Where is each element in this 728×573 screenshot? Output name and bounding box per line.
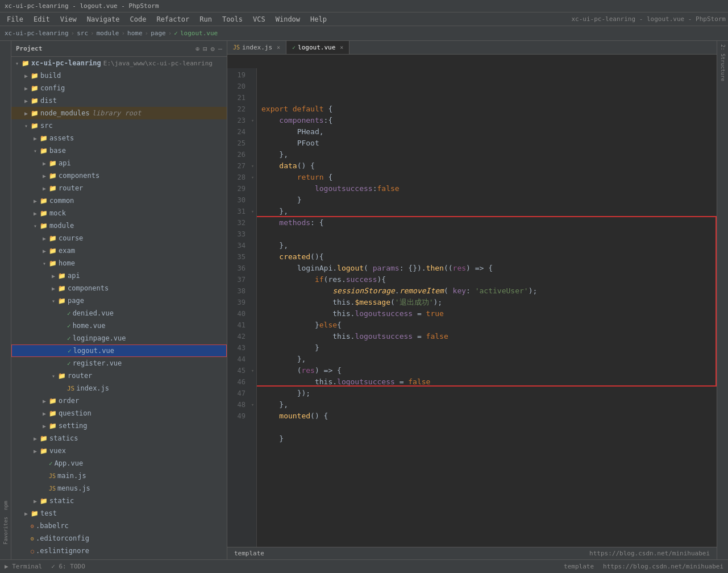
tree-menus-js[interactable]: ▶ JS menus.js — [11, 482, 227, 495]
status-template: template — [564, 563, 594, 570]
collapse-icon[interactable]: ⊟ — [203, 45, 207, 53]
code-editor[interactable]: 1920212223 2425262728 2930313233 3435363… — [227, 68, 717, 559]
sidebar-actions: ⊕ ⊟ ⚙ — — [195, 45, 222, 53]
favorites-tab[interactable]: Favorites — [2, 513, 10, 548]
menu-code[interactable]: Code — [126, 14, 151, 24]
tree-src[interactable]: ▾ 📁 src — [11, 119, 227, 132]
tree-home-components[interactable]: ▶ 📁 components — [11, 282, 227, 294]
line-numbers: 1920212223 2425262728 2930313233 3435363… — [227, 68, 249, 559]
tabs-bar: JS index.js × ✓ logout.vue × — [227, 41, 717, 55]
title-text: xc-ui-pc-leanring - logout.vue - PhpStor… — [5, 2, 159, 10]
menu-view[interactable]: View — [56, 14, 81, 24]
menu-file[interactable]: File — [2, 14, 28, 24]
tree-main-js[interactable]: ▶ JS main.js — [11, 470, 227, 482]
menu-vcs[interactable]: VCS — [248, 14, 270, 24]
sidebar: Project ⊕ ⊟ ⚙ — ▾ 📁 xc-ui-pc-leanring E:… — [11, 41, 227, 559]
menu-run[interactable]: Run — [195, 14, 217, 24]
tree-assets[interactable]: ▶ 📁 assets — [11, 132, 227, 144]
tree-question[interactable]: ▶ 📁 question — [11, 407, 227, 420]
menu-window[interactable]: Window — [271, 14, 305, 24]
tree-setting[interactable]: ▶ 📁 setting — [11, 420, 227, 432]
todo-tab[interactable]: ✓ 6: TODO — [51, 563, 85, 570]
menu-help[interactable]: Help — [306, 14, 331, 24]
file-tree: ▾ 📁 xc-ui-pc-leanring E:\java_www\xc-ui-… — [11, 57, 227, 559]
tree-module[interactable]: ▾ 📁 module — [11, 219, 227, 232]
project-name-title: xc-ui-pc-leanring - logout.vue - PhpStor… — [571, 15, 726, 23]
tree-mock[interactable]: ▶ 📁 mock — [11, 207, 227, 219]
tab-close-index[interactable]: × — [277, 44, 280, 51]
locate-icon[interactable]: ⊕ — [195, 45, 199, 53]
tree-editorconfig[interactable]: ▶ ⚙ .editorconfig — [11, 532, 227, 545]
structure-tab[interactable]: 2: Structure — [719, 41, 727, 85]
tree-static[interactable]: ▶ 📁 static — [11, 495, 227, 507]
minimize-icon[interactable]: — — [218, 45, 222, 53]
status-left: ▶ Terminal ✓ 6: TODO — [5, 563, 85, 570]
breadcrumb-src[interactable]: src — [77, 30, 88, 37]
tree-common[interactable]: ▶ 📁 common — [11, 194, 227, 207]
tree-home-api[interactable]: ▶ 📁 api — [11, 269, 227, 282]
tree-course[interactable]: ▶ 📁 course — [11, 232, 227, 244]
tree-eslintignore[interactable]: ▶ ○ .eslintignore — [11, 545, 227, 557]
gutter: ▾ ▾ ▾ ▾ — [249, 68, 257, 559]
tab-index-js[interactable]: JS index.js × — [227, 41, 286, 54]
breadcrumb-file[interactable]: logout.vue — [180, 30, 218, 37]
menu-navigate[interactable]: Navigate — [82, 14, 124, 24]
breadcrumb-bar: xc-ui-pc-leanring › src › module › home … — [0, 26, 728, 41]
tree-root[interactable]: ▾ 📁 xc-ui-pc-leanring E:\java_www\xc-ui-… — [11, 57, 227, 69]
tree-router-index-js[interactable]: ▶ JS index.js — [11, 382, 227, 395]
tab-logout-vue[interactable]: ✓ logout.vue × — [286, 41, 350, 54]
tree-test[interactable]: ▶ 📁 test — [11, 507, 227, 520]
code-content[interactable]: export default { components:{ PHead, PFo… — [257, 68, 717, 559]
menu-bar: File Edit View Navigate Code Refactor Ru… — [0, 13, 728, 26]
status-url[interactable]: https://blog.csdn.net/minihuabei — [603, 563, 723, 570]
tree-base-components[interactable]: ▶ 📁 components — [11, 169, 227, 182]
tree-home-router[interactable]: ▾ 📁 router — [11, 369, 227, 382]
sidebar-title: Project — [16, 45, 42, 52]
tree-register-vue[interactable]: ▶ ✓ register.vue — [11, 357, 227, 369]
sidebar-header: Project ⊕ ⊟ ⚙ — — [11, 41, 227, 57]
tree-home[interactable]: ▾ 📁 home — [11, 257, 227, 269]
breadcrumb-project[interactable]: xc-ui-pc-leanring — [5, 30, 69, 37]
tree-build[interactable]: ▶ 📁 build — [11, 69, 227, 82]
menu-refactor[interactable]: Refactor — [152, 14, 194, 24]
settings-gear-icon[interactable]: ⚙ — [211, 45, 215, 53]
editor-bottom-bar: template https://blog.csdn.net/minihuabe… — [227, 547, 717, 559]
status-right: template https://blog.csdn.net/minihuabe… — [564, 563, 723, 570]
tree-node-modules[interactable]: ▶ 📁 node_modules library root — [11, 107, 227, 119]
right-sidebar: 2: Structure — [717, 41, 728, 559]
breadcrumb-page[interactable]: page — [151, 30, 166, 37]
status-bar: ▶ Terminal ✓ 6: TODO template https://bl… — [0, 559, 728, 573]
js-file-icon: JS — [233, 44, 240, 51]
tree-statics[interactable]: ▶ 📁 statics — [11, 432, 227, 445]
template-tab[interactable]: template — [227, 550, 271, 557]
breadcrumb-module[interactable]: module — [97, 30, 119, 37]
tree-config[interactable]: ▶ 📁 config — [11, 82, 227, 94]
tree-exam[interactable]: ▶ 📁 exam — [11, 244, 227, 257]
menu-edit[interactable]: Edit — [29, 14, 55, 24]
vue-file-icon: ✓ — [292, 44, 296, 51]
tree-loginpage-vue[interactable]: ▶ ✓ loginpage.vue — [11, 332, 227, 344]
csdn-link[interactable]: https://blog.csdn.net/minihuabei — [583, 550, 717, 557]
tree-dist[interactable]: ▶ 📁 dist — [11, 94, 227, 107]
far-left-panel: npm Favorites — [0, 41, 11, 559]
terminal-tab[interactable]: ▶ Terminal — [5, 563, 42, 570]
tree-base[interactable]: ▾ 📁 base — [11, 144, 227, 157]
tree-babelrc[interactable]: ▶ ⚙ .babelrc — [11, 520, 227, 532]
tree-base-router[interactable]: ▶ 📁 router — [11, 182, 227, 194]
title-bar: xc-ui-pc-leanring - logout.vue - PhpStor… — [0, 0, 728, 13]
breadcrumb-home[interactable]: home — [127, 30, 143, 37]
tree-vuex[interactable]: ▶ 📁 vuex — [11, 445, 227, 457]
tree-app-vue[interactable]: ▶ ✓ App.vue — [11, 457, 227, 470]
tree-order[interactable]: ▶ 📁 order — [11, 395, 227, 407]
menu-tools[interactable]: Tools — [218, 14, 247, 24]
tree-page[interactable]: ▾ 📁 page — [11, 294, 227, 307]
tree-base-api[interactable]: ▶ 📁 api — [11, 157, 227, 169]
tree-logout-vue[interactable]: ▶ ✓ logout.vue — [11, 344, 227, 357]
tree-denied-vue[interactable]: ▶ ✓ denied.vue — [11, 307, 227, 319]
tab-close-logout[interactable]: × — [340, 44, 343, 51]
npm-tab[interactable]: npm — [2, 497, 10, 513]
tree-home-vue[interactable]: ▶ ✓ home.vue — [11, 319, 227, 332]
